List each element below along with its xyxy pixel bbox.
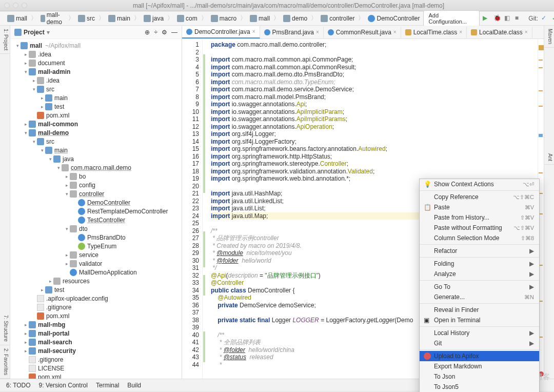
run-icon[interactable]: ▶ (483, 14, 490, 23)
tree-item[interactable]: ▸service (10, 250, 182, 259)
tree-item[interactable]: .gitignore (10, 303, 182, 311)
tree-item[interactable]: ▸mall-security (10, 346, 182, 355)
project-tree[interactable]: ▾ mall ~/Apifox/mall ▸.idea▸document▾mal… (10, 39, 182, 379)
tree-item[interactable]: RestTemplateDemoController (10, 207, 182, 215)
tree-item[interactable]: .gitignore (10, 355, 182, 364)
debug-icon[interactable]: 🐞 (493, 14, 501, 23)
tree-item[interactable]: ▸.idea (10, 76, 182, 85)
breadcrumb-item[interactable]: mall (4, 14, 30, 23)
tree-item[interactable]: ▾main (10, 146, 182, 154)
menu-item[interactable]: Copy Reference⌥⇧⌘C (420, 192, 539, 202)
stop-icon[interactable]: ■ (515, 14, 523, 23)
maven-tool-tab[interactable]: Maven (544, 26, 554, 48)
line-gutter: 1234567891011121314151617181920212223242… (182, 39, 203, 379)
editor-tab[interactable]: DemoController.java× (182, 26, 260, 38)
tree-item[interactable]: ▸resources (10, 277, 182, 285)
menu-item[interactable]: To Json (420, 371, 539, 382)
breadcrumb-item[interactable]: src (75, 14, 98, 23)
tree-item[interactable]: DemoController (10, 198, 182, 207)
project-tool-tab[interactable]: 1: Project (0, 26, 10, 54)
breadcrumb-item[interactable]: com (174, 14, 201, 23)
tree-item[interactable]: ▾java (10, 154, 182, 163)
tree-item[interactable]: ▸test (10, 285, 182, 294)
tree-item[interactable]: ▸mall-common (10, 120, 182, 128)
vcs-tab[interactable]: 9: Version Control (39, 382, 88, 389)
breadcrumb-item[interactable]: macro (208, 14, 240, 23)
menu-item[interactable]: Paste without Formatting⌥⇧⌘V (420, 223, 539, 233)
menu-item[interactable]: ▣Open in Terminal (420, 315, 539, 325)
git-commit-icon[interactable]: ✓ (552, 14, 554, 23)
add-configuration-button[interactable]: Add Configuration... (423, 10, 480, 27)
build-tab[interactable]: Build (127, 382, 141, 389)
tree-item[interactable]: LICENSE (10, 364, 182, 373)
todo-tab[interactable]: 6: TODO (6, 382, 31, 389)
breadcrumb-item[interactable]: java (141, 14, 167, 23)
editor-tabs[interactable]: DemoController.java×PmsBrand.java×Common… (182, 26, 544, 39)
menu-item[interactable]: Go To▶ (420, 282, 539, 292)
editor-tab[interactable]: CommonResult.java× (324, 27, 401, 38)
breadcrumb-item[interactable]: mall-demo (37, 10, 68, 27)
menu-item[interactable]: Reveal in Finder (420, 305, 539, 315)
gear-icon[interactable]: ⚙ (162, 29, 167, 36)
tree-item[interactable]: PmsBrandDto (10, 233, 182, 242)
tree-item[interactable]: ▸main (10, 93, 182, 102)
tree-item[interactable]: .apifox-uploader.config (10, 294, 182, 303)
breadcrumb-item[interactable]: demo (280, 14, 310, 23)
tree-item[interactable]: ▸config (10, 181, 182, 189)
menu-item[interactable]: Upload to Apifox (420, 351, 539, 361)
menu-item[interactable]: Folding▶ (420, 259, 539, 269)
tree-item[interactable]: ▾dto (10, 224, 182, 233)
tree-item[interactable]: ▸validator (10, 259, 182, 268)
tree-item[interactable]: ▸document (10, 58, 182, 67)
editor-tab[interactable]: LocalDate.class× (467, 27, 532, 38)
tree-item[interactable]: ▾src (10, 85, 182, 93)
breadcrumb-item[interactable]: main (105, 14, 133, 23)
menu-item[interactable]: Column Selection Mode⇧⌘8 (420, 233, 539, 243)
tree-item[interactable]: pom.xml (10, 111, 182, 120)
menu-item[interactable]: Git▶ (420, 338, 539, 348)
breadcrumb-item[interactable]: controller (318, 14, 358, 23)
tree-item[interactable]: ▸.idea (10, 50, 182, 58)
menu-item[interactable]: Local History▶ (420, 328, 539, 338)
menu-item[interactable]: Refactor▶ (420, 246, 539, 256)
menu-item[interactable]: 💡Show Context Actions⌥⏎ (420, 179, 539, 189)
tree-item[interactable]: ▸bo (10, 172, 182, 181)
terminal-tab[interactable]: Terminal (96, 382, 119, 389)
menu-item[interactable]: Generate...⌘N (420, 292, 539, 302)
tree-item[interactable]: ▾com.macro.mall.demo (10, 163, 182, 172)
git-update-icon[interactable]: ✓ (541, 14, 549, 23)
tree-root[interactable]: mall (30, 42, 42, 49)
tree-item[interactable]: TestController (10, 215, 182, 224)
breadcrumb-item[interactable]: mall (247, 14, 273, 23)
tree-item[interactable]: ▾controller (10, 189, 182, 198)
menu-item[interactable]: Export Markdown (420, 361, 539, 371)
tree-item[interactable]: ▾mall-admin (10, 67, 182, 76)
tree-item[interactable]: ▾src (10, 137, 182, 146)
collapse-icon[interactable]: ÷ (154, 29, 157, 36)
tree-item[interactable]: TypeEnum (10, 242, 182, 250)
tree-item[interactable]: ▸mall-mbg (10, 320, 182, 329)
editor-tab[interactable]: LocalTime.class× (401, 27, 467, 38)
tree-item[interactable]: MallDemoApplication (10, 268, 182, 277)
breadcrumb-item[interactable]: DemoController (365, 14, 423, 23)
tree-item[interactable]: ▸test (10, 102, 182, 111)
tree-item[interactable]: pom.xml (10, 373, 182, 379)
target-icon[interactable]: ⊕ (145, 29, 150, 36)
breadcrumb[interactable]: mall〉mall-demo〉src〉main〉java〉com〉macro〉m… (4, 10, 423, 27)
hide-icon[interactable]: — (171, 29, 177, 36)
menu-item[interactable]: Paste from History...⇧⌘V (420, 212, 539, 223)
tree-item[interactable]: pom.xml (10, 311, 182, 320)
coverage-icon[interactable]: ◧ (504, 14, 512, 23)
structure-tool-tab[interactable]: 7: Structure (0, 312, 10, 345)
favorites-tool-tab[interactable]: 2: Favorites (0, 345, 10, 379)
ant-tool-tab[interactable]: Ant (544, 150, 554, 165)
tree-item[interactable]: ▸mall-portal (10, 329, 182, 338)
editor-tab[interactable]: PmsBrand.java× (260, 27, 324, 38)
traffic-lights (4, 3, 27, 8)
menu-item[interactable]: Analyze▶ (420, 269, 539, 279)
context-menu[interactable]: 💡Show Context Actions⌥⏎Copy Reference⌥⇧⌘… (419, 179, 540, 392)
menu-item[interactable]: 📋Paste⌘V (420, 202, 539, 212)
tree-item[interactable]: ▸mall-search (10, 338, 182, 346)
tree-item[interactable]: ▾mall-demo (10, 128, 182, 137)
menu-item[interactable]: To Json5 (420, 382, 539, 392)
